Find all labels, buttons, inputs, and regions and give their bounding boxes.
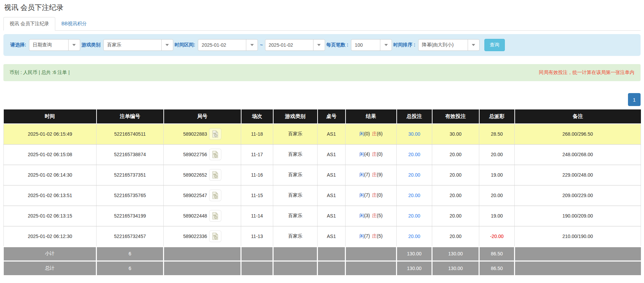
remark-cell: 210.00/190.00 <box>515 226 641 247</box>
player-label: 闲 <box>359 151 364 157</box>
per-page-select[interactable]: 100 <box>351 39 392 51</box>
tab-bb-video-points[interactable]: BB视讯积分 <box>55 17 93 31</box>
player-label: 闲 <box>359 131 364 136</box>
bet-number-cell: 522165738874 <box>97 144 164 165</box>
column-header: 备注 <box>515 109 641 124</box>
video-replay-button[interactable] <box>209 128 221 140</box>
remark-cell: 209.00/229.00 <box>515 185 641 206</box>
time-cell: 2025-01-02 06:15:08 <box>4 144 97 165</box>
video-file-icon <box>212 192 219 199</box>
video-file-icon <box>212 171 219 179</box>
total-bet-link[interactable]: 20.00 <box>408 213 420 219</box>
banker-count: (6) <box>377 131 383 136</box>
video-file-icon <box>212 130 219 138</box>
currency-total-text: 币别 : 人民币 | 总共 :6 注单 | <box>10 70 70 76</box>
table-footer-row: 总计 6 130.00 130.00 86.50 <box>4 261 641 275</box>
total-bet-link[interactable]: 20.00 <box>408 172 420 178</box>
total-bet-cell: 20.00 <box>397 144 432 165</box>
video-replay-button[interactable] <box>209 190 221 201</box>
video-replay-button[interactable] <box>209 210 221 222</box>
valid-bet-cell: 20.00 <box>432 165 479 185</box>
mode-select[interactable]: 日期查询 <box>29 39 80 51</box>
chevron-down-icon[interactable] <box>380 40 392 50</box>
filter-bar: 请选择: 日期查询 游戏类别 百家乐 时间区间: 2025-01-02 ~ 20… <box>3 34 641 56</box>
bet-number-cell: 522165732457 <box>97 226 164 247</box>
column-header: 有效投注 <box>432 109 479 124</box>
session-cell: 11-15 <box>241 185 273 206</box>
session-cell: 11-14 <box>241 206 273 226</box>
footer-valid-bet-cell: 130.00 <box>432 261 479 275</box>
session-cell: 11-16 <box>241 165 273 185</box>
date-to-select[interactable]: 2025-01-02 <box>265 39 325 51</box>
footer-count-cell: 6 <box>97 247 164 261</box>
column-header: 结果 <box>346 109 397 124</box>
date-range-tilde: ~ <box>260 42 263 48</box>
time-sort-select[interactable]: 降幂(由大到小) <box>418 39 480 51</box>
player-count: (0) <box>364 131 370 136</box>
per-page-value: 100 <box>351 40 380 50</box>
table-number-cell: AS1 <box>318 206 346 226</box>
player-label: 闲 <box>359 213 364 218</box>
total-bet-link[interactable]: 20.00 <box>408 152 420 157</box>
time-cell: 2025-01-02 06:12:30 <box>4 226 97 247</box>
game-type-label: 游戏类别 <box>82 42 101 48</box>
player-label: 闲 <box>359 192 364 198</box>
game-type-select[interactable]: 百家乐 <box>103 39 173 51</box>
round-number-cell: 589022652 <box>164 165 241 185</box>
chevron-down-icon[interactable] <box>161 40 173 50</box>
column-header: 注单编号 <box>97 109 164 124</box>
game-type-cell: 百家乐 <box>273 165 318 185</box>
round-number-text: 589022336 <box>183 234 207 239</box>
valid-bet-cell: 20.00 <box>432 185 479 206</box>
video-replay-button[interactable] <box>209 230 221 242</box>
game-type-select-value: 百家乐 <box>104 40 161 50</box>
chevron-down-icon[interactable] <box>246 40 258 50</box>
game-type-cell: 百家乐 <box>273 185 318 206</box>
game-type-cell: 百家乐 <box>273 144 318 165</box>
total-bet-link[interactable]: 30.00 <box>408 131 420 137</box>
column-header: 时间 <box>4 109 97 124</box>
payout-cell: 20.00 <box>479 185 515 206</box>
time-range-label: 时间区间: <box>175 42 195 48</box>
total-bet-link[interactable]: 20.00 <box>408 234 420 239</box>
date-from-select[interactable]: 2025-01-02 <box>198 39 258 51</box>
chevron-down-icon[interactable] <box>313 40 325 50</box>
game-type-cell: 百家乐 <box>273 226 318 247</box>
session-cell: 11-13 <box>241 226 273 247</box>
chevron-down-icon[interactable] <box>68 40 80 50</box>
pagination: 1 <box>3 93 641 106</box>
total-bet-cell: 20.00 <box>397 226 432 247</box>
time-cell: 2025-01-02 06:15:49 <box>4 124 97 144</box>
table-footer: 小计 6 130.00 130.00 86.50 总计 6 130.00 130… <box>4 247 641 275</box>
player-count: (7) <box>364 172 370 177</box>
remark-cell: 248.00/268.00 <box>515 144 641 165</box>
banker-label: 庄 <box>372 233 377 239</box>
bet-number-cell: 522165737351 <box>97 165 164 185</box>
time-cell: 2025-01-02 06:14:30 <box>4 165 97 185</box>
video-replay-button[interactable] <box>209 149 221 160</box>
footer-count-cell: 6 <box>97 261 164 275</box>
column-header: 桌号 <box>318 109 346 124</box>
mode-select-value: 日期查询 <box>29 40 68 50</box>
footer-total-bet-cell: 130.00 <box>397 247 432 261</box>
round-number-text: 589022883 <box>183 131 207 137</box>
table-number-cell: AS1 <box>318 226 346 247</box>
search-button[interactable]: 查询 <box>484 39 505 51</box>
column-header: 局号 <box>164 109 241 124</box>
chevron-down-icon[interactable] <box>468 40 479 50</box>
page-1-button[interactable]: 1 <box>628 93 641 106</box>
video-file-icon <box>212 212 219 220</box>
video-replay-button[interactable] <box>209 169 221 181</box>
banker-count: (5) <box>377 233 383 239</box>
valid-bet-cell: 20.00 <box>432 144 479 165</box>
page: 视讯 会员下注纪录 视讯 会员下注纪录 BB视讯积分 请选择: 日期查询 游戏类… <box>0 0 644 275</box>
time-sort-value: 降幂(由大到小) <box>419 40 468 50</box>
tab-video-bet-records[interactable]: 视讯 会员下注纪录 <box>3 17 55 31</box>
date-to-value: 2025-01-02 <box>265 40 313 50</box>
payout-cell: 28.50 <box>479 124 515 144</box>
bet-number-cell: 522165734199 <box>97 206 164 226</box>
total-bet-link[interactable]: 20.00 <box>408 193 420 198</box>
result-cell: 闲(7)庄(0) <box>346 185 397 206</box>
round-number-text: 589022756 <box>183 152 207 157</box>
per-page-label: 每页笔数 : <box>326 42 349 48</box>
